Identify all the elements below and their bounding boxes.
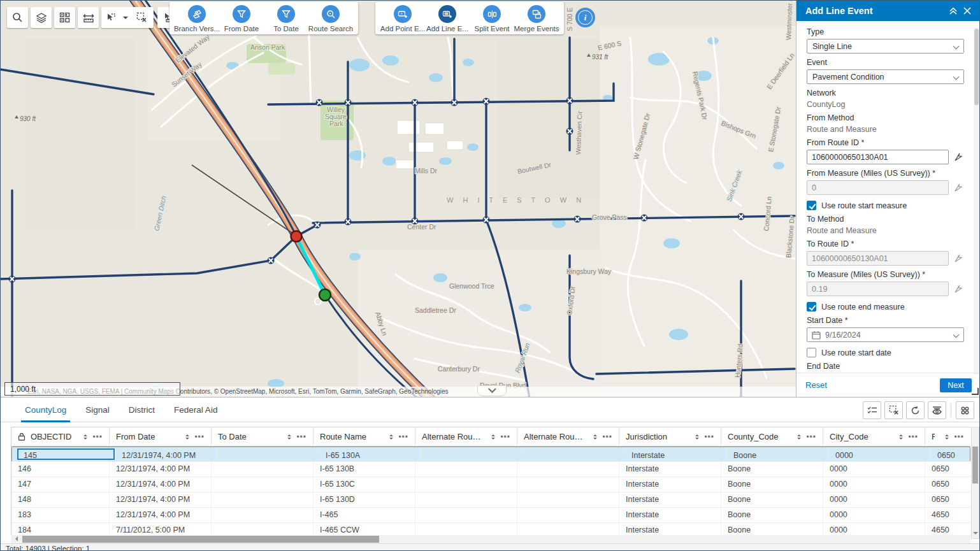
tab-signal[interactable]: Signal [85,397,110,422]
type-select[interactable]: Single Line [807,39,964,54]
column-header-route_name[interactable]: Route Name••• [313,427,415,446]
column-menu-icon[interactable]: ••• [602,433,612,441]
map-canvas[interactable]: Elevated Way Sunset Way Anson Park Wille… [1,1,796,397]
column-menu-icon[interactable]: ••• [296,433,306,441]
toolbar-add-line-event[interactable]: Add Line E... [425,5,470,32]
table-cell[interactable] [415,492,517,507]
table-cell[interactable]: I-65 130C [313,477,415,492]
table-cell[interactable] [517,508,619,522]
event-select[interactable]: Pavement Condition [807,69,964,84]
sort-icon[interactable] [797,434,801,440]
grid-options-button[interactable] [956,401,974,419]
table-cell[interactable] [415,508,517,522]
clear-selection-button[interactable] [131,7,152,28]
tab-countylog[interactable]: CountyLog [25,397,66,422]
collapse-panel-button[interactable] [946,4,960,18]
from-measure-input[interactable] [807,180,949,195]
pick-from-route-button[interactable] [953,152,964,163]
table-cell[interactable]: 12/31/1974, 4:00 PM [110,492,212,507]
table-cell[interactable]: 0000 [823,462,925,476]
table-row[interactable]: 18312/31/1974, 4:00 PMI-465InterstateBoo… [11,508,970,523]
table-cell[interactable]: Interstate [625,448,727,460]
toolbar-route-search[interactable]: Route Search [308,5,353,32]
hide-fields-button[interactable] [928,401,946,419]
table-cell[interactable] [212,462,313,476]
column-header-objectid[interactable]: OBJECTID••• [11,427,110,446]
column-header-to_date[interactable]: To Date••• [212,427,313,446]
map-collapse-tab[interactable] [477,385,507,396]
toolbar-to-date[interactable]: To Date [264,5,308,32]
table-cell[interactable] [212,477,313,492]
table-cell[interactable]: 183 [11,508,110,522]
use-route-start-date-checkbox[interactable] [807,348,816,357]
table-cell[interactable]: 145 [17,448,115,460]
measure-button[interactable] [78,7,99,28]
start-date-picker[interactable]: 9/16/2024 [807,327,964,342]
table-cell[interactable]: 0650 [925,462,970,476]
reset-button[interactable]: Reset [805,380,940,390]
sort-icon[interactable] [83,434,87,440]
refresh-button[interactable] [906,401,925,419]
table-cell[interactable]: 12/31/1974, 4:00 PM [115,448,217,460]
table-cell[interactable]: 12/31/1974, 4:00 PM [110,508,212,522]
panel-scrollbar[interactable] [974,27,979,375]
table-cell[interactable]: Boone [721,492,823,507]
table-cell[interactable]: 0650 [925,477,970,492]
column-header-jurisdiction[interactable]: Jurisdiction••• [619,427,721,446]
from-route-id-input[interactable] [807,150,949,164]
tab-district[interactable]: District [129,397,155,422]
table-horizontal-scrollbar[interactable] [11,535,970,543]
tab-federal-aid[interactable]: Federal Aid [174,397,217,422]
table-cell[interactable]: 146 [11,462,110,476]
table-row[interactable]: 14812/31/1974, 4:00 PMI-65 130DInterstat… [11,492,970,508]
search-button[interactable] [7,7,28,28]
table-row[interactable]: 14712/31/1974, 4:00 PMI-65 130CInterstat… [11,477,970,492]
table-cell[interactable]: I-65 130B [313,462,415,476]
table-cell[interactable]: Interstate [619,508,721,522]
next-button[interactable]: Next [940,378,972,392]
sort-icon[interactable] [185,434,189,440]
column-menu-icon[interactable]: ••• [908,433,918,441]
table-cell[interactable]: Interstate [619,492,721,507]
table-row[interactable]: 14512/31/1974, 4:00 PMI-65 130AInterstat… [11,447,970,462]
to-route-id-input[interactable] [807,251,949,266]
table-cell[interactable]: 0000 [823,508,925,522]
column-header-rtel[interactable]: RTEL••• [925,427,970,446]
table-cell[interactable] [517,477,619,492]
sort-icon[interactable] [899,434,903,440]
toolbar-from-date[interactable]: From Date [219,5,264,32]
table-cell[interactable] [421,453,523,455]
table-cell[interactable]: 0650 [925,492,970,507]
use-route-end-measure-checkbox[interactable] [807,302,816,311]
toolbar-branch-versions[interactable]: Branch Vers... [175,5,219,32]
layers-button[interactable] [31,7,52,28]
column-menu-icon[interactable]: ••• [92,433,103,441]
table-cell[interactable] [212,492,313,507]
table-cell[interactable]: Interstate [619,477,721,492]
table-cell[interactable]: I-465 [313,508,415,522]
table-cell[interactable] [212,508,313,522]
show-selection-button[interactable] [863,401,881,419]
column-menu-icon[interactable]: ••• [500,433,510,441]
sort-icon[interactable] [491,434,495,440]
sort-icon[interactable] [389,434,393,440]
table-cell[interactable]: Boone [721,477,823,492]
table-cell[interactable]: Boone [721,462,823,476]
column-menu-icon[interactable]: ••• [398,433,408,441]
sort-icon[interactable] [287,434,291,440]
table-cell[interactable] [517,462,619,476]
clear-table-selection-button[interactable] [884,401,903,419]
pick-from-measure-button[interactable] [953,182,964,194]
sort-icon[interactable] [593,434,597,440]
table-cell[interactable]: 147 [11,477,110,492]
column-header-alt_route_2[interactable]: Alternate Route ...••• [517,427,619,446]
select-tool-dropdown[interactable] [120,7,131,28]
column-header-county_code[interactable]: County_Code••• [721,427,823,446]
column-menu-icon[interactable]: ••• [954,433,964,441]
to-measure-input[interactable] [807,282,949,296]
table-cell[interactable]: 0000 [823,492,925,507]
column-header-city_code[interactable]: City_Code••• [823,427,925,446]
table-cell[interactable] [415,477,517,492]
toolbar-split-event[interactable]: Split Event [470,5,514,32]
table-cell[interactable] [517,492,619,507]
